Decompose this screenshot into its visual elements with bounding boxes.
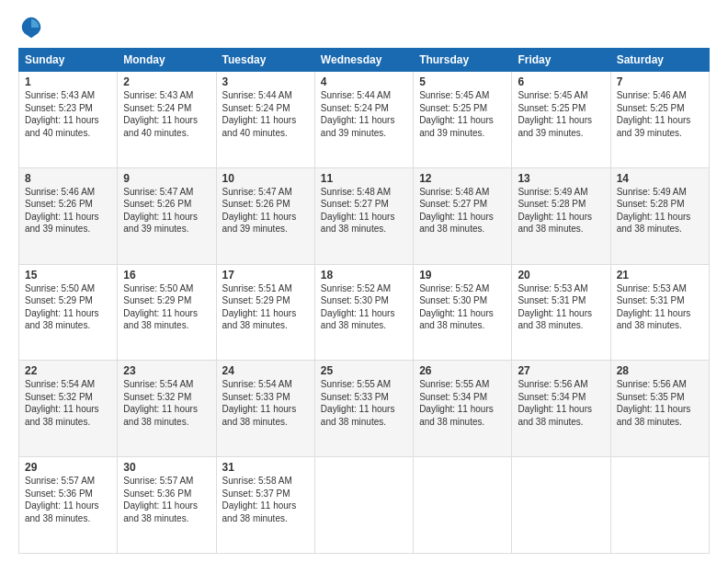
sunrise-label: Sunrise: 5:54 AM — [123, 379, 193, 389]
sunrise-label: Sunrise: 5:52 AM — [321, 283, 391, 293]
sunrise-label: Sunrise: 5:46 AM — [25, 187, 95, 197]
daylight-label: Daylight: 11 hours and 40 minutes. — [222, 115, 297, 138]
daylight-label: Daylight: 11 hours and 38 minutes. — [518, 308, 592, 331]
day-info: Sunrise: 5:44 AM Sunset: 5:24 PM Dayligh… — [321, 89, 407, 139]
day-number: 13 — [518, 172, 604, 185]
day-number: 26 — [419, 364, 506, 377]
day-cell: 9 Sunrise: 5:47 AM Sunset: 5:26 PM Dayli… — [118, 167, 216, 264]
sunset-label: Sunset: 5:37 PM — [222, 488, 290, 499]
day-number: 19 — [419, 269, 506, 282]
day-cell: 14 Sunrise: 5:49 AM Sunset: 5:28 PM Dayl… — [610, 167, 709, 264]
sunset-label: Sunset: 5:31 PM — [518, 295, 586, 305]
sunset-label: Sunset: 5:27 PM — [321, 199, 389, 209]
sunset-label: Sunset: 5:36 PM — [123, 488, 191, 499]
day-number: 6 — [518, 75, 604, 88]
sunset-label: Sunset: 5:29 PM — [222, 295, 290, 305]
sunset-label: Sunset: 5:36 PM — [25, 488, 93, 499]
day-cell — [314, 457, 413, 554]
day-cell: 17 Sunrise: 5:51 AM Sunset: 5:29 PM Dayl… — [216, 264, 314, 361]
day-cell: 27 Sunrise: 5:56 AM Sunset: 5:34 PM Dayl… — [512, 361, 610, 457]
day-number: 17 — [222, 269, 309, 282]
day-number: 2 — [123, 75, 210, 88]
day-info: Sunrise: 5:46 AM Sunset: 5:25 PM Dayligh… — [617, 89, 703, 139]
day-number: 24 — [222, 364, 309, 377]
col-header-sunday: Sunday — [19, 49, 118, 72]
daylight-label: Daylight: 11 hours and 40 minutes. — [25, 115, 99, 138]
sunrise-label: Sunrise: 5:49 AM — [518, 187, 587, 197]
daylight-label: Daylight: 11 hours and 38 minutes. — [123, 308, 198, 331]
sunrise-label: Sunrise: 5:47 AM — [222, 187, 292, 197]
day-info: Sunrise: 5:52 AM Sunset: 5:30 PM Dayligh… — [419, 282, 506, 332]
sunrise-label: Sunrise: 5:47 AM — [123, 187, 193, 197]
day-number: 27 — [518, 364, 604, 377]
day-info: Sunrise: 5:52 AM Sunset: 5:30 PM Dayligh… — [321, 282, 407, 332]
daylight-label: Daylight: 11 hours and 38 minutes. — [518, 212, 592, 235]
day-number: 30 — [123, 461, 210, 474]
week-row-2: 8 Sunrise: 5:46 AM Sunset: 5:26 PM Dayli… — [19, 167, 710, 264]
day-info: Sunrise: 5:45 AM Sunset: 5:25 PM Dayligh… — [419, 89, 506, 139]
sunrise-label: Sunrise: 5:56 AM — [518, 379, 587, 389]
sunrise-label: Sunrise: 5:44 AM — [321, 90, 391, 100]
day-info: Sunrise: 5:53 AM Sunset: 5:31 PM Dayligh… — [518, 282, 604, 332]
day-number: 20 — [518, 269, 604, 282]
day-number: 21 — [617, 269, 703, 282]
day-cell: 24 Sunrise: 5:54 AM Sunset: 5:33 PM Dayl… — [216, 361, 314, 457]
header — [18, 15, 710, 40]
sunset-label: Sunset: 5:30 PM — [321, 295, 389, 305]
day-cell: 3 Sunrise: 5:44 AM Sunset: 5:24 PM Dayli… — [216, 72, 314, 168]
sunrise-label: Sunrise: 5:50 AM — [123, 283, 193, 293]
day-cell: 12 Sunrise: 5:48 AM Sunset: 5:27 PM Dayl… — [414, 167, 512, 264]
sunset-label: Sunset: 5:26 PM — [123, 199, 191, 209]
sunrise-label: Sunrise: 5:57 AM — [123, 476, 193, 486]
day-cell: 31 Sunrise: 5:58 AM Sunset: 5:37 PM Dayl… — [216, 457, 314, 554]
sunrise-label: Sunrise: 5:54 AM — [222, 379, 292, 389]
day-cell: 21 Sunrise: 5:53 AM Sunset: 5:31 PM Dayl… — [610, 264, 709, 361]
day-cell: 1 Sunrise: 5:43 AM Sunset: 5:23 PM Dayli… — [19, 72, 118, 168]
day-number: 5 — [419, 75, 506, 88]
sunset-label: Sunset: 5:26 PM — [222, 199, 290, 209]
day-cell — [414, 457, 512, 554]
sunrise-label: Sunrise: 5:51 AM — [222, 283, 292, 293]
day-number: 4 — [321, 75, 407, 88]
sunset-label: Sunset: 5:25 PM — [518, 103, 586, 113]
day-cell: 28 Sunrise: 5:56 AM Sunset: 5:35 PM Dayl… — [610, 361, 709, 457]
daylight-label: Daylight: 11 hours and 38 minutes. — [25, 404, 99, 427]
daylight-label: Daylight: 11 hours and 38 minutes. — [123, 500, 198, 523]
daylight-label: Daylight: 11 hours and 38 minutes. — [321, 308, 395, 331]
daylight-label: Daylight: 11 hours and 39 minutes. — [518, 115, 592, 138]
day-number: 9 — [123, 172, 210, 185]
day-cell: 18 Sunrise: 5:52 AM Sunset: 5:30 PM Dayl… — [314, 264, 413, 361]
sunrise-label: Sunrise: 5:57 AM — [25, 476, 95, 486]
day-info: Sunrise: 5:50 AM Sunset: 5:29 PM Dayligh… — [25, 282, 111, 332]
day-cell: 25 Sunrise: 5:55 AM Sunset: 5:33 PM Dayl… — [314, 361, 413, 457]
day-info: Sunrise: 5:49 AM Sunset: 5:28 PM Dayligh… — [617, 186, 703, 236]
day-cell — [512, 457, 610, 554]
day-cell: 19 Sunrise: 5:52 AM Sunset: 5:30 PM Dayl… — [414, 264, 512, 361]
sunrise-label: Sunrise: 5:48 AM — [419, 187, 489, 197]
day-number: 12 — [419, 172, 506, 185]
day-cell: 13 Sunrise: 5:49 AM Sunset: 5:28 PM Dayl… — [512, 167, 610, 264]
col-header-wednesday: Wednesday — [314, 49, 413, 72]
daylight-label: Daylight: 11 hours and 39 minutes. — [321, 115, 395, 138]
sunrise-label: Sunrise: 5:56 AM — [617, 379, 687, 389]
day-cell: 11 Sunrise: 5:48 AM Sunset: 5:27 PM Dayl… — [314, 167, 413, 264]
sunset-label: Sunset: 5:34 PM — [518, 392, 586, 402]
week-row-5: 29 Sunrise: 5:57 AM Sunset: 5:36 PM Dayl… — [19, 457, 710, 554]
day-info: Sunrise: 5:54 AM Sunset: 5:33 PM Dayligh… — [222, 378, 309, 428]
daylight-label: Daylight: 11 hours and 38 minutes. — [419, 212, 494, 235]
daylight-label: Daylight: 11 hours and 38 minutes. — [321, 404, 395, 427]
sunset-label: Sunset: 5:26 PM — [25, 199, 93, 209]
day-number: 8 — [25, 172, 111, 185]
logo — [18, 15, 48, 40]
daylight-label: Daylight: 11 hours and 38 minutes. — [123, 404, 198, 427]
day-info: Sunrise: 5:54 AM Sunset: 5:32 PM Dayligh… — [25, 378, 111, 428]
day-cell: 30 Sunrise: 5:57 AM Sunset: 5:36 PM Dayl… — [118, 457, 216, 554]
sunrise-label: Sunrise: 5:53 AM — [518, 283, 587, 293]
day-cell: 4 Sunrise: 5:44 AM Sunset: 5:24 PM Dayli… — [314, 72, 413, 168]
day-info: Sunrise: 5:57 AM Sunset: 5:36 PM Dayligh… — [25, 475, 111, 524]
day-number: 28 — [617, 364, 703, 377]
sunset-label: Sunset: 5:34 PM — [419, 392, 487, 402]
day-number: 22 — [25, 364, 111, 377]
sunrise-label: Sunrise: 5:43 AM — [25, 90, 95, 100]
day-info: Sunrise: 5:56 AM Sunset: 5:35 PM Dayligh… — [617, 378, 703, 428]
